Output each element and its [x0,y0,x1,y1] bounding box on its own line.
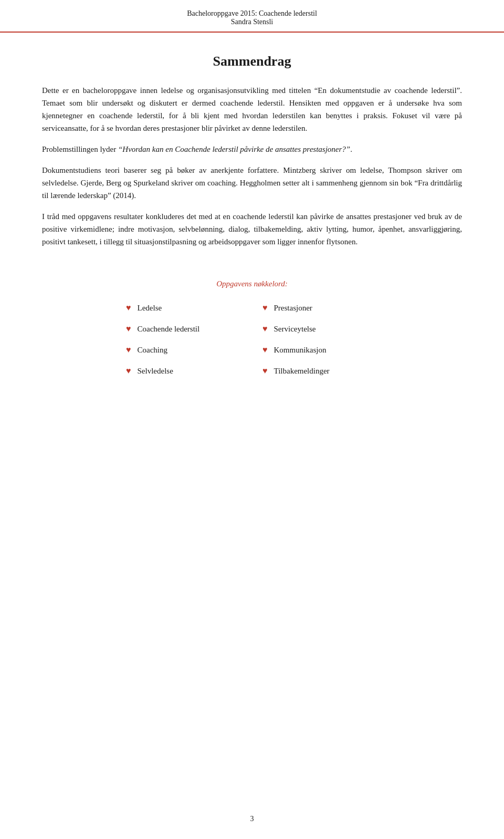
keyword-label: Ledelse [138,304,162,313]
heart-icon: ♥ [262,366,268,376]
keywords-label: Oppgavens nøkkelord: [42,279,462,288]
keyword-item: ♥Ledelse [126,303,242,313]
keyword-label: Coaching [138,346,168,355]
keyword-label: Tilbakemeldinger [274,367,330,376]
keyword-item: ♥Serviceytelse [262,324,378,334]
main-content: Sammendrag Dette er en bacheloroppgave i… [0,33,504,407]
page: Bacheloroppgave 2015: Coachende ledersti… [0,0,504,839]
keyword-item: ♥Selvledelse [126,366,242,376]
paragraph-3: Dokumentstudiens teori baserer seg på bø… [42,164,462,202]
paragraph-2: Problemstillingen lyder “Hvordan kan en … [42,143,462,156]
page-number: 3 [250,815,254,823]
keyword-label: Kommunikasjon [274,346,327,355]
heart-icon: ♥ [126,345,131,355]
keyword-label: Serviceytelse [274,325,316,334]
header-title: Bacheloroppgave 2015: Coachende ledersti… [10,9,494,18]
keyword-label: Prestasjoner [274,304,312,313]
heart-icon: ♥ [126,324,131,334]
heart-icon: ♥ [262,345,268,355]
problem-statement: “Hvordan kan en Coachende lederstil påvi… [118,145,350,153]
header-subtitle: Sandra Stensli [10,18,494,26]
heart-icon: ♥ [126,366,131,376]
heart-icon: ♥ [126,303,131,313]
paragraph-1: Dette er en bacheloroppgave innen ledels… [42,84,462,134]
keyword-label: Coachende lederstil [138,325,200,334]
keyword-item: ♥Prestasjoner [262,303,378,313]
keywords-section: Oppgavens nøkkelord: ♥Ledelse♥Prestasjon… [42,279,462,376]
keywords-grid: ♥Ledelse♥Prestasjoner♥Coachende ledersti… [126,303,378,376]
page-header: Bacheloroppgave 2015: Coachende ledersti… [0,0,504,33]
keyword-item: ♥Tilbakemeldinger [262,366,378,376]
heart-icon: ♥ [262,324,268,334]
section-title: Sammendrag [42,54,462,69]
keyword-item: ♥Coachende lederstil [126,324,242,334]
heart-icon: ♥ [262,303,268,313]
keyword-item: ♥Coaching [126,345,242,355]
paragraph-4: I tråd med oppgavens resultater konklude… [42,210,462,248]
keyword-item: ♥Kommunikasjon [262,345,378,355]
keyword-label: Selvledelse [138,367,173,376]
